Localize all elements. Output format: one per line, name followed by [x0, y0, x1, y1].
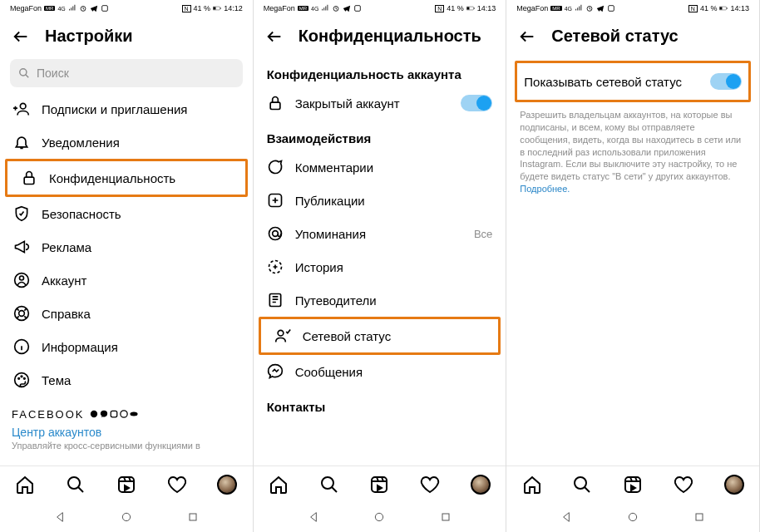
titlebar: Настройки — [0, 17, 253, 56]
nav-reels[interactable] — [369, 475, 389, 495]
nav-profile[interactable] — [217, 475, 237, 495]
lte-badge: 4G — [311, 6, 318, 12]
nav-home[interactable] — [269, 475, 289, 495]
nav-profile[interactable] — [471, 475, 491, 495]
activity-status-icon — [274, 328, 291, 344]
lte-badge: 4G — [57, 6, 65, 12]
item-subscriptions[interactable]: Подписки и приглашения — [0, 92, 253, 126]
statusbar: MegaFon MR 4G N 41 % 14:12 — [0, 0, 253, 17]
item-account[interactable]: Аккаунт — [0, 264, 253, 297]
recent-nav-icon[interactable] — [439, 510, 452, 524]
item-activity-status[interactable]: Сетевой статус — [261, 319, 499, 352]
avatar — [471, 475, 491, 495]
item-messages[interactable]: Сообщения — [254, 355, 506, 388]
battery-pct: 41 % — [447, 4, 464, 12]
item-label: Аккаунт — [42, 273, 239, 288]
clock: 14:12 — [224, 4, 243, 12]
section-account-privacy: Конфиденциальность аккаунта — [254, 56, 506, 86]
svg-point-19 — [120, 411, 126, 417]
nav-profile[interactable] — [724, 475, 744, 495]
settings-list: Подписки и приглашения Уведомления Конфи… — [0, 92, 253, 466]
svg-rect-49 — [696, 514, 703, 520]
home-nav-icon[interactable] — [120, 510, 133, 524]
plus-square-icon — [267, 192, 284, 209]
nav-search[interactable] — [66, 475, 86, 495]
nav-search[interactable] — [319, 475, 339, 495]
avatar — [724, 475, 744, 495]
palette-icon — [13, 372, 30, 388]
svg-rect-42 — [609, 6, 614, 12]
page-title: Настройки — [45, 27, 133, 46]
item-value: Все — [474, 228, 492, 240]
item-story[interactable]: История — [254, 250, 506, 283]
bottom-nav — [0, 466, 253, 502]
megaphone-icon — [13, 239, 30, 255]
item-mentions[interactable]: Упоминания Все — [254, 217, 506, 250]
svg-point-17 — [90, 411, 96, 417]
svg-point-48 — [629, 513, 636, 520]
back-icon[interactable] — [518, 27, 536, 46]
nav-activity[interactable] — [674, 475, 693, 495]
item-help[interactable]: Справка — [0, 297, 253, 330]
learn-more-link[interactable]: Подробнее. — [520, 184, 570, 194]
item-label: Комментарии — [295, 160, 493, 175]
user-circle-icon — [13, 272, 30, 288]
search-icon — [18, 67, 30, 79]
signal-icon — [575, 4, 583, 12]
nav-home[interactable] — [522, 475, 542, 495]
carrier-label: MegaFon — [516, 4, 548, 12]
svg-point-9 — [20, 276, 24, 280]
svg-point-23 — [122, 513, 130, 520]
nfc-badge: N — [182, 5, 191, 12]
show-activity-status-row[interactable]: Показывать сетевой статус — [517, 63, 748, 100]
item-security[interactable]: Безопасность — [0, 197, 253, 230]
nav-home[interactable] — [15, 475, 35, 495]
nav-activity[interactable] — [167, 475, 187, 495]
nav-reels[interactable] — [623, 475, 643, 495]
back-nav-icon[interactable] — [307, 510, 320, 524]
accounts-center-link[interactable]: Центр аккаунтов — [0, 424, 253, 439]
carrier-label: MegaFon — [264, 4, 295, 12]
search-input[interactable]: Поиск — [10, 59, 243, 87]
svg-point-36 — [278, 330, 284, 336]
lifebuoy-icon — [13, 305, 30, 322]
recent-nav-icon[interactable] — [186, 510, 200, 524]
bottom-nav — [506, 466, 759, 502]
signal-icon — [68, 4, 76, 12]
item-theme[interactable]: Тема — [0, 363, 253, 397]
carrier-badge: MR — [298, 6, 308, 11]
svg-rect-24 — [190, 514, 196, 520]
item-label: Подписки и приглашения — [42, 102, 239, 116]
back-icon[interactable] — [265, 27, 284, 46]
back-icon[interactable] — [12, 27, 30, 46]
item-privacy[interactable]: Конфиденциальность — [7, 161, 245, 195]
page-title: Конфиденциальность — [299, 27, 481, 46]
comment-icon — [267, 159, 284, 175]
item-notifications[interactable]: Уведомления — [0, 126, 253, 159]
svg-rect-1 — [101, 6, 107, 12]
item-guides[interactable]: Путеводители — [254, 283, 506, 317]
home-nav-icon[interactable] — [373, 510, 386, 524]
item-info[interactable]: Информация — [0, 330, 253, 363]
item-ads[interactable]: Реклама — [0, 230, 253, 264]
back-nav-icon[interactable] — [560, 510, 573, 524]
home-nav-icon[interactable] — [626, 510, 639, 524]
status-content: Показывать сетевой статус Разрешить влад… — [506, 56, 759, 466]
oc-icon — [130, 410, 138, 418]
private-account-toggle[interactable] — [461, 95, 492, 111]
item-private-account[interactable]: Закрытый аккаунт — [254, 86, 506, 120]
toggle-label: Показывать сетевой статус — [524, 75, 710, 89]
back-nav-icon[interactable] — [53, 510, 67, 524]
nav-reels[interactable] — [116, 475, 136, 495]
item-posts[interactable]: Публикации — [254, 184, 506, 217]
recent-nav-icon[interactable] — [693, 510, 706, 524]
add-user-icon — [13, 101, 30, 117]
titlebar: Сетевой статус — [506, 17, 759, 56]
notification-icon — [101, 4, 109, 12]
nav-activity[interactable] — [420, 475, 440, 495]
svg-rect-45 — [727, 7, 728, 9]
nav-search[interactable] — [572, 475, 592, 495]
item-comments[interactable]: Комментарии — [254, 150, 506, 184]
item-label: Путеводители — [295, 293, 493, 308]
show-activity-status-toggle[interactable] — [710, 73, 742, 90]
